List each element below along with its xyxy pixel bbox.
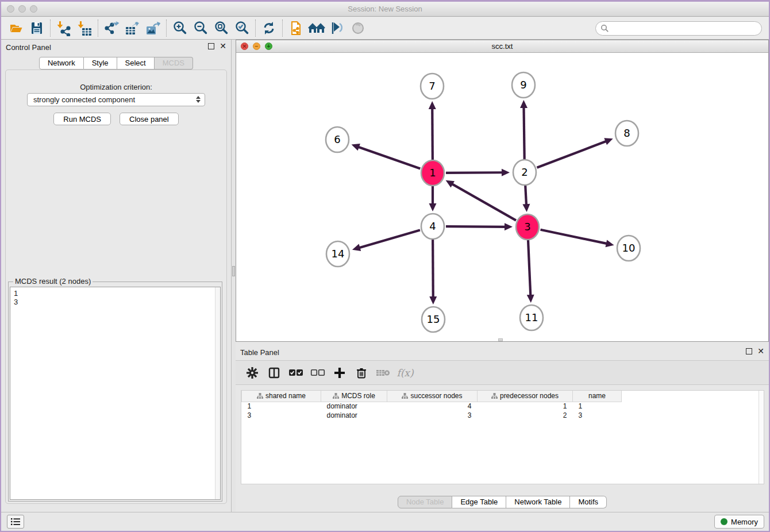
search-input[interactable] bbox=[609, 23, 761, 34]
memory-button[interactable]: Memory bbox=[714, 515, 764, 529]
session-title: Session: New Session bbox=[1, 5, 769, 13]
column-header-predecessor_nodes[interactable]: predecessor nodes bbox=[478, 391, 573, 402]
cell-successor_nodes[interactable]: 4 bbox=[387, 402, 478, 411]
cell-predecessor_nodes[interactable]: 1 bbox=[478, 402, 573, 411]
float-table-panel-icon[interactable] bbox=[746, 348, 752, 354]
column-edit-icon bbox=[333, 393, 339, 399]
search-box[interactable] bbox=[595, 21, 762, 36]
graph-edge-1-6[interactable] bbox=[357, 147, 420, 168]
zoom-fit-button[interactable] bbox=[211, 19, 232, 37]
mcds-panel: Optimization criterion: strongly connect… bbox=[5, 70, 227, 504]
optimization-criterion-label: Optimization criterion: bbox=[6, 83, 226, 91]
close-table-panel-icon[interactable]: ✕ bbox=[757, 348, 764, 354]
tab-select[interactable]: Select bbox=[117, 57, 155, 70]
table-settings-button[interactable] bbox=[244, 364, 261, 381]
network-window-titlebar[interactable]: ✕ − + scc.txt bbox=[236, 40, 768, 53]
table-row[interactable]: 3dominator323 bbox=[242, 411, 622, 420]
import-network-icon bbox=[56, 20, 72, 36]
graph-edge-3-10[interactable] bbox=[541, 230, 608, 244]
close-panel-button[interactable]: Close panel bbox=[120, 113, 179, 125]
column-header-name[interactable]: name bbox=[573, 391, 622, 402]
tab-motifs[interactable]: Motifs bbox=[570, 496, 607, 508]
column-header-shared_name[interactable]: shared name bbox=[242, 391, 321, 402]
cell-mcds_role[interactable]: dominator bbox=[321, 411, 387, 420]
select-all-button[interactable] bbox=[287, 364, 305, 381]
apply-layout-button[interactable] bbox=[259, 19, 279, 37]
graph-edge-4-15[interactable] bbox=[433, 240, 433, 298]
checked-boxes-icon bbox=[288, 368, 303, 377]
network-maximize-icon[interactable]: + bbox=[265, 43, 272, 50]
add-column-button[interactable] bbox=[331, 364, 348, 381]
cell-predecessor_nodes[interactable]: 2 bbox=[478, 411, 573, 420]
import-table-button[interactable] bbox=[74, 19, 95, 37]
graph-edge-4-3[interactable] bbox=[446, 226, 506, 227]
float-panel-icon[interactable] bbox=[208, 43, 214, 49]
label-visibility-button[interactable] bbox=[327, 19, 348, 37]
vertical-splitter[interactable] bbox=[231, 40, 236, 512]
show-panels-button[interactable] bbox=[7, 515, 24, 529]
graph-edge-4-14[interactable] bbox=[359, 230, 420, 248]
mcds-result-text[interactable]: 1 3 bbox=[10, 287, 221, 500]
app-titlebar: Session: New Session bbox=[1, 2, 769, 17]
column-header-successor_nodes[interactable]: successor nodes bbox=[387, 391, 478, 402]
tab-edge-table[interactable]: Edge Table bbox=[452, 496, 506, 508]
graph-edge-3-1[interactable] bbox=[451, 183, 516, 220]
network-canvas[interactable]: 1234678910111415 bbox=[236, 53, 768, 341]
export-table-button[interactable] bbox=[122, 19, 143, 37]
criterion-select[interactable]: strongly connected component bbox=[27, 93, 205, 106]
trash-icon bbox=[355, 367, 368, 379]
network-window: ✕ − + scc.txt 1234678910111415 bbox=[236, 40, 769, 342]
mcds-result-scrollbar[interactable] bbox=[215, 287, 220, 499]
table-scrollbar[interactable] bbox=[759, 391, 764, 484]
graph-edge-1-2[interactable] bbox=[446, 172, 503, 173]
zoom-selected-button[interactable] bbox=[232, 19, 252, 37]
table-row[interactable]: 1dominator411 bbox=[242, 402, 622, 411]
canvas-resize-grip[interactable] bbox=[498, 338, 503, 341]
refresh-layout-icon bbox=[261, 20, 277, 36]
open-session-button[interactable] bbox=[6, 19, 26, 37]
delete-column-button[interactable] bbox=[353, 364, 370, 381]
column-header-label: MCDS role bbox=[341, 392, 375, 400]
close-panel-icon[interactable]: ✕ bbox=[220, 43, 226, 49]
graph-edge-2-9[interactable] bbox=[523, 106, 524, 159]
run-mcds-button[interactable]: Run MCDS bbox=[53, 113, 111, 125]
toolbar-separator bbox=[282, 20, 283, 37]
first-neighbors-button[interactable] bbox=[306, 19, 327, 37]
cell-shared_name[interactable]: 1 bbox=[242, 402, 321, 411]
cell-successor_nodes[interactable]: 3 bbox=[387, 411, 478, 420]
tab-network-table[interactable]: Network Table bbox=[506, 496, 570, 508]
graph-edge-2-3[interactable] bbox=[525, 186, 526, 206]
cell-name[interactable]: 3 bbox=[573, 411, 622, 420]
deselect-all-button[interactable] bbox=[309, 364, 326, 381]
cell-name[interactable]: 1 bbox=[573, 402, 622, 411]
graph-edge-2-8[interactable] bbox=[537, 141, 607, 168]
function-builder-button[interactable]: f(x) bbox=[396, 364, 414, 381]
network-minimize-icon[interactable]: − bbox=[253, 43, 260, 50]
save-session-button[interactable] bbox=[26, 19, 47, 37]
cell-mcds_role[interactable]: dominator bbox=[321, 402, 387, 411]
birdseye-view-button[interactable] bbox=[348, 19, 368, 37]
graph-edge-3-11[interactable] bbox=[528, 240, 530, 296]
tab-mcds[interactable]: MCDS bbox=[155, 57, 193, 70]
cell-shared_name[interactable]: 3 bbox=[242, 411, 321, 420]
column-header-mcds_role[interactable]: MCDS role bbox=[321, 391, 387, 402]
tab-node-table[interactable]: Node Table bbox=[398, 496, 453, 508]
graph-node-label: 9 bbox=[520, 79, 526, 91]
export-network-button[interactable] bbox=[101, 19, 122, 37]
delete-table-button[interactable] bbox=[375, 364, 392, 381]
tab-network[interactable]: Network bbox=[39, 57, 84, 70]
zoom-in-button[interactable] bbox=[170, 19, 190, 37]
table-panel-title: Table Panel bbox=[240, 348, 279, 357]
zoom-out-button[interactable] bbox=[190, 19, 211, 37]
import-network-button[interactable] bbox=[53, 19, 74, 37]
tab-style[interactable]: Style bbox=[84, 57, 117, 70]
clone-network-button[interactable] bbox=[286, 19, 306, 37]
toolbar-separator bbox=[166, 20, 167, 37]
graph-node-label: 10 bbox=[622, 242, 636, 254]
splitter-handle[interactable] bbox=[232, 266, 235, 276]
export-image-button[interactable] bbox=[143, 19, 163, 37]
graph-edge-1-7[interactable] bbox=[432, 107, 433, 160]
network-close-icon[interactable]: ✕ bbox=[241, 43, 248, 50]
list-icon bbox=[10, 517, 21, 526]
column-visibility-button[interactable] bbox=[265, 364, 283, 381]
